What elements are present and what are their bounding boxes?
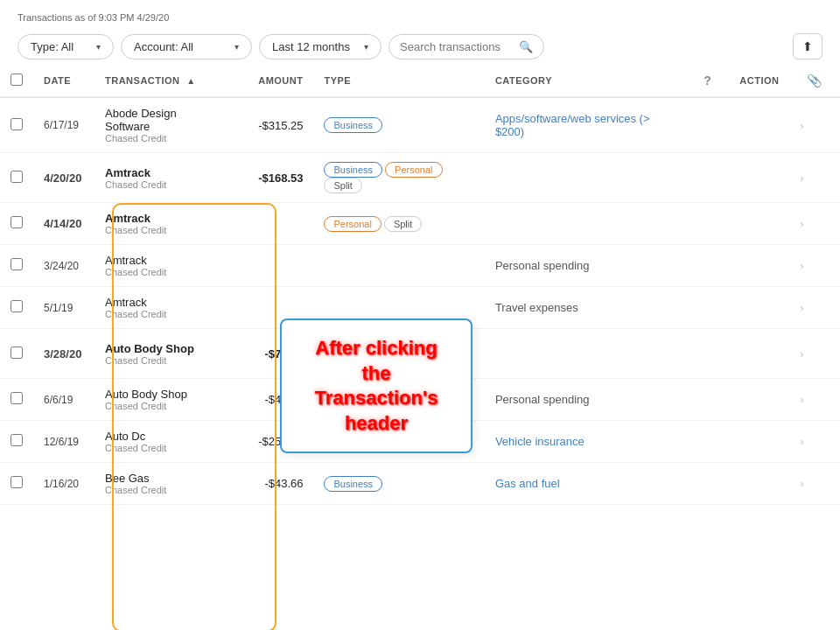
- action-placeholder: [729, 421, 789, 463]
- help-icon[interactable]: ?: [696, 74, 718, 88]
- action-placeholder: [729, 153, 789, 203]
- amount-header[interactable]: AMOUNT: [234, 65, 313, 97]
- row-chevron-icon[interactable]: ›: [800, 260, 803, 272]
- action-placeholder: [729, 97, 789, 153]
- type-tag[interactable]: Personal: [385, 162, 442, 178]
- row-chevron-icon[interactable]: ›: [800, 302, 803, 314]
- type-tag[interactable]: Split: [384, 216, 422, 232]
- row-checkbox[interactable]: [10, 171, 23, 183]
- row-checkbox[interactable]: [10, 434, 23, 446]
- transaction-header[interactable]: TRANSACTION ▲: [94, 65, 234, 97]
- row-chevron-icon[interactable]: ›: [800, 394, 803, 406]
- select-all-checkbox[interactable]: [10, 74, 23, 86]
- action-placeholder: [729, 245, 789, 287]
- category-cell: [485, 153, 686, 203]
- row-checkbox[interactable]: [10, 392, 23, 404]
- category-link[interactable]: Gas and fuel: [495, 477, 560, 490]
- transaction-name: Amtrack: [105, 166, 224, 179]
- help-placeholder: [686, 203, 729, 245]
- transaction-name: Auto Dc: [105, 430, 224, 443]
- row-chevron-icon[interactable]: ›: [800, 348, 803, 360]
- transaction-sub: Chased Credit: [105, 355, 224, 366]
- action-placeholder: [729, 329, 789, 379]
- transaction-cell: AmtrackChased Credit: [94, 203, 234, 245]
- transaction-sub: Chased Credit: [105, 443, 224, 453]
- type-tag[interactable]: Business: [324, 476, 382, 492]
- row-checkbox[interactable]: [10, 476, 23, 488]
- type-cell: [313, 245, 484, 287]
- action-header: ACTION: [729, 65, 789, 97]
- type-tag[interactable]: Business: [324, 117, 382, 133]
- type-cell: Business: [313, 463, 484, 505]
- help-placeholder: [686, 153, 729, 203]
- transaction-cell: Auto Body ShopChased Credit: [94, 329, 234, 379]
- transaction-name: Amtrack: [105, 296, 224, 309]
- category-cell: Vehicle insurance: [485, 421, 686, 463]
- category-text: Travel expenses: [495, 301, 578, 314]
- transaction-name: Auto Body Shop: [105, 342, 224, 355]
- search-icon: 🔍: [519, 40, 533, 53]
- date-cell: 3/24/20: [33, 245, 94, 287]
- transaction-sub: Chased Credit: [105, 485, 224, 495]
- category-text: Personal spending: [495, 259, 590, 272]
- type-tag[interactable]: Split: [324, 178, 361, 193]
- timestamp-label: Transactions as of 9:03 PM 4/29/20: [18, 12, 822, 23]
- date-cell: 4/20/20: [33, 153, 94, 203]
- category-cell: Personal spending: [485, 379, 686, 421]
- help-placeholder: [686, 287, 729, 329]
- amount-cell: -$43.66: [234, 463, 313, 505]
- row-checkbox[interactable]: [10, 118, 23, 130]
- category-cell: Gas and fuel: [485, 463, 686, 505]
- amount-cell: [234, 245, 313, 287]
- date-cell: 3/28/20: [33, 329, 94, 379]
- table-row: 4/20/20AmtrackChased Credit-$168.53Busin…: [0, 153, 840, 203]
- type-tag[interactable]: Personal: [324, 216, 381, 232]
- search-input[interactable]: [400, 40, 514, 53]
- transaction-sub: Chased Credit: [105, 133, 224, 144]
- transaction-cell: Auto DcChased Credit: [94, 421, 234, 463]
- row-chevron-icon[interactable]: ›: [800, 120, 803, 132]
- months-filter-label: Last 12 months: [272, 40, 350, 53]
- months-filter[interactable]: Last 12 months ▾: [259, 34, 382, 60]
- help-placeholder: [686, 421, 729, 463]
- category-cell: [485, 329, 686, 379]
- row-checkbox[interactable]: [10, 346, 23, 359]
- category-header[interactable]: CATEGORY: [485, 65, 686, 97]
- type-header[interactable]: TYPE: [313, 65, 484, 97]
- action-placeholder: [729, 203, 789, 245]
- transaction-sub: Chased Credit: [105, 309, 224, 319]
- amount-cell: [234, 203, 313, 245]
- transaction-cell: Auto Body ShopChased Credit: [94, 379, 234, 421]
- export-button[interactable]: ⬆: [793, 33, 822, 60]
- row-checkbox[interactable]: [10, 300, 23, 312]
- transaction-name: Bee Gas: [105, 472, 224, 485]
- table-row: 3/24/20AmtrackChased CreditPersonal spen…: [0, 245, 840, 287]
- type-tag[interactable]: Business: [324, 162, 382, 178]
- transaction-cell: AmtrackChased Credit: [94, 245, 234, 287]
- months-filter-chevron: ▾: [364, 42, 368, 52]
- transaction-cell: AmtrackChased Credit: [94, 287, 234, 329]
- row-chevron-icon[interactable]: ›: [800, 218, 803, 230]
- date-header[interactable]: DATE: [33, 65, 94, 97]
- category-cell: Travel expenses: [485, 287, 686, 329]
- row-checkbox[interactable]: [10, 258, 23, 270]
- transaction-name: Auto Body Shop: [105, 388, 224, 401]
- transaction-name: Amtrack: [105, 212, 224, 225]
- help-placeholder: [686, 245, 729, 287]
- category-cell: Apps/software/web services (> $200): [485, 97, 686, 153]
- type-filter[interactable]: Type: All ▾: [18, 34, 114, 60]
- transaction-sub: Chased Credit: [105, 267, 224, 277]
- row-chevron-icon[interactable]: ›: [800, 478, 803, 490]
- help-placeholder: [686, 379, 729, 421]
- account-filter[interactable]: Account: All ▾: [121, 34, 252, 60]
- date-cell: 12/6/19: [33, 421, 94, 463]
- category-link[interactable]: Apps/software/web services (> $200): [495, 112, 650, 138]
- search-box[interactable]: 🔍: [388, 34, 544, 60]
- category-cell: [485, 203, 686, 245]
- transactions-table-wrapper: After clicking the Transaction's header …: [0, 65, 840, 505]
- row-checkbox[interactable]: [10, 216, 23, 228]
- row-chevron-icon[interactable]: ›: [800, 436, 803, 448]
- category-link[interactable]: Vehicle insurance: [495, 435, 584, 448]
- transaction-cell: Abode Design SoftwareChased Credit: [94, 97, 234, 153]
- row-chevron-icon[interactable]: ›: [800, 172, 803, 185]
